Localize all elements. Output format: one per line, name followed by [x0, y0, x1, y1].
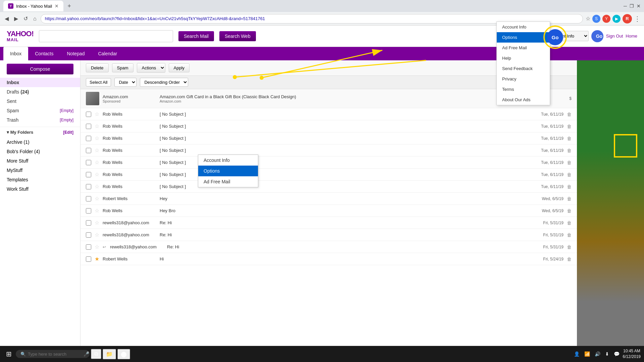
email-checkbox-3[interactable]: [86, 124, 91, 129]
email-star-4[interactable]: ☆: [95, 135, 99, 141]
email-row-13[interactable]: ☆ ↩ rewells318@yahoo.com Re: Hi Fri, 5/3…: [80, 241, 577, 253]
network-icon[interactable]: 👤: [573, 351, 581, 357]
email-star-11[interactable]: ☆: [95, 220, 99, 226]
wifi-icon[interactable]: 📶: [583, 351, 591, 357]
email-checkbox-14[interactable]: [86, 256, 91, 262]
email-row-6[interactable]: ☆ Rob Wells [ No Subject ] Tue, 6/11/19 …: [80, 157, 577, 169]
email-star-2[interactable]: ☆: [95, 111, 99, 117]
email-delete-10[interactable]: 🗑: [567, 208, 572, 214]
dropdown-options[interactable]: Options: [497, 32, 550, 43]
download-icon[interactable]: ⬇: [604, 351, 610, 357]
email-row-3[interactable]: ☆ Rob Wells [ No Subject ] Tue, 6/11/19 …: [80, 120, 577, 132]
sidebar-item-trash[interactable]: Trash [Empty]: [0, 115, 80, 125]
email-delete-6[interactable]: 🗑: [567, 160, 572, 165]
taskbar-search-input[interactable]: [28, 352, 82, 357]
email-checkbox-11[interactable]: [86, 220, 91, 226]
email-delete-4[interactable]: 🗑: [567, 136, 572, 141]
tab-notepad[interactable]: Notepad: [60, 47, 92, 60]
bookmark-icon[interactable]: ☆: [586, 15, 590, 22]
email-star-9[interactable]: ☆: [95, 195, 99, 202]
email-checkbox-4[interactable]: [86, 136, 91, 141]
email-checkbox-12[interactable]: [86, 232, 91, 238]
dropdown-about-our-ads[interactable]: About Our Ads: [497, 95, 550, 105]
select-all-button[interactable]: Select All: [86, 78, 111, 86]
email-star-6[interactable]: ☆: [95, 159, 99, 166]
email-delete-3[interactable]: 🗑: [567, 124, 572, 129]
tab-close-button[interactable]: ✕: [55, 3, 59, 9]
email-checkbox-10[interactable]: [86, 208, 91, 214]
email-delete-13[interactable]: 🗑: [567, 244, 572, 250]
extension-teal[interactable]: ▶: [612, 15, 621, 23]
minimize-button[interactable]: ─: [624, 3, 627, 9]
date-filter-select[interactable]: Date: [114, 78, 137, 87]
email-star-14[interactable]: ★: [95, 256, 99, 262]
maximize-button[interactable]: ❐: [630, 3, 634, 9]
browser-menu-button[interactable]: ⋮: [634, 15, 641, 23]
email-delete-8[interactable]: 🗑: [567, 184, 572, 189]
task-view-button[interactable]: ⧉: [91, 349, 101, 359]
email-row-10[interactable]: ☆ Rob Wells Hey Bro Wed, 6/5/19 🗑: [80, 205, 577, 217]
sidebar-item-more-stuff[interactable]: More Stuff: [0, 156, 80, 166]
new-tab-button[interactable]: +: [67, 3, 71, 10]
email-star-5[interactable]: ☆: [95, 147, 99, 154]
email-delete-11[interactable]: 🗑: [567, 220, 572, 226]
search-input[interactable]: [39, 30, 173, 42]
spam-empty-link[interactable]: [Empty]: [60, 108, 73, 113]
email-checkbox-5[interactable]: [86, 148, 91, 153]
search-mail-button[interactable]: Search Mail: [178, 31, 214, 41]
sidebar-item-templates[interactable]: Templates: [0, 175, 80, 184]
user-avatar[interactable]: R: [623, 14, 632, 23]
go-button-highlighted[interactable]: Go: [547, 29, 563, 45]
dropdown-help[interactable]: Help: [497, 53, 550, 63]
start-button[interactable]: ⊞: [3, 349, 14, 359]
email-checkbox-8[interactable]: [86, 184, 91, 189]
compose-button[interactable]: Compose: [7, 64, 73, 74]
inline-dropdown-account-info[interactable]: Account Info: [198, 155, 258, 166]
search-web-button[interactable]: Search Web: [219, 31, 256, 41]
home-nav-button[interactable]: ⌂: [32, 14, 38, 23]
notification-icon[interactable]: 💬: [612, 351, 621, 357]
email-checkbox-9[interactable]: [86, 196, 91, 201]
dropdown-send-feedback[interactable]: Send Feedback: [497, 63, 550, 74]
email-delete-2[interactable]: 🗑: [567, 112, 572, 117]
spam-button[interactable]: Spam: [112, 63, 133, 72]
email-checkbox-2[interactable]: [86, 112, 91, 117]
refresh-button[interactable]: ↺: [22, 14, 29, 23]
sound-icon[interactable]: 🔊: [593, 351, 602, 357]
email-delete-12[interactable]: 🗑: [567, 232, 572, 238]
email-row-8[interactable]: ☆ Rob Wells [ No Subject ] Tue, 6/11/19 …: [80, 181, 577, 193]
email-delete-5[interactable]: 🗑: [567, 148, 572, 153]
inline-dropdown-options[interactable]: Options: [198, 166, 258, 176]
email-delete-14[interactable]: 🗑: [567, 256, 572, 262]
email-star-3[interactable]: ☆: [95, 123, 99, 129]
email-delete-9[interactable]: 🗑: [567, 196, 572, 201]
email-row-11[interactable]: ☆ rewells318@yahoo.com Re: Hi Fri, 5/31/…: [80, 217, 577, 229]
folders-edit-link[interactable]: [Edit]: [63, 130, 73, 135]
home-link-button[interactable]: Home: [626, 34, 637, 39]
email-row-14[interactable]: ★ Robert Wells Hi Fri, 5/24/19 🗑: [80, 253, 577, 265]
email-star-7[interactable]: ☆: [95, 171, 99, 178]
close-window-button[interactable]: ✕: [637, 3, 641, 9]
delete-button[interactable]: Delete: [86, 63, 109, 72]
email-star-8[interactable]: ☆: [95, 183, 99, 190]
dropdown-privacy[interactable]: Privacy: [497, 74, 550, 84]
order-filter-select[interactable]: Descending Order: [140, 78, 188, 87]
dropdown-account-info[interactable]: Account Info: [497, 22, 550, 32]
file-explorer-button[interactable]: 📁: [103, 349, 116, 359]
email-row-2[interactable]: ☆ Rob Wells [ No Subject ] Tue, 6/11/19 …: [80, 108, 577, 120]
email-row-7[interactable]: ☆ Rob Wells [ No Subject ] Tue, 6/11/19 …: [80, 169, 577, 181]
tab-calendar[interactable]: Calendar: [91, 47, 124, 60]
email-star-10[interactable]: ☆: [95, 207, 99, 214]
inline-dropdown-ad-free-mail[interactable]: Ad Free Mail: [198, 176, 258, 187]
trash-empty-link[interactable]: [Empty]: [60, 118, 73, 122]
sidebar-item-sent[interactable]: Sent: [0, 97, 80, 106]
sign-out-button[interactable]: Sign Out: [606, 34, 623, 39]
email-checkbox-6[interactable]: [86, 160, 91, 165]
actions-select[interactable]: Actions: [137, 63, 165, 73]
email-checkbox-7[interactable]: [86, 172, 91, 177]
email-star-13[interactable]: ☆: [95, 244, 99, 250]
microphone-icon[interactable]: 🎤: [84, 351, 89, 357]
apply-button[interactable]: Apply: [169, 63, 190, 72]
email-row-5[interactable]: ☆ Rob Wells [ No Subject ] Tue, 6/11/19 …: [80, 144, 577, 157]
email-checkbox-13[interactable]: [86, 244, 91, 250]
